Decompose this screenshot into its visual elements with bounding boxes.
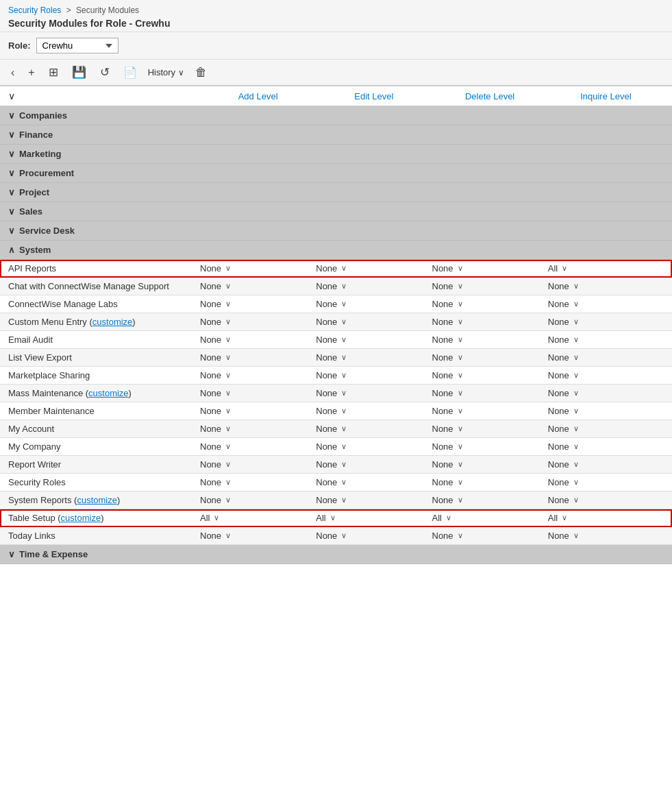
edit-level-dropdown-icon[interactable]: ∨ [341,496,347,505]
inquire-level-dropdown-icon[interactable]: ∨ [573,282,579,291]
delete-level-dropdown-icon[interactable]: ∨ [458,264,463,273]
edit-level-header[interactable]: Edit Level [316,91,432,101]
delete-level-dropdown-icon[interactable]: ∨ [458,531,463,540]
edit-level-dropdown-icon[interactable]: ∨ [341,389,347,398]
inquire-level-dropdown-icon[interactable]: ∨ [562,264,567,273]
add-level-dropdown-icon[interactable]: ∨ [225,300,231,308]
delete-level-dropdown-icon[interactable]: ∨ [458,424,463,433]
edit-level-dropdown-icon[interactable]: ∨ [341,300,347,308]
section-finance[interactable]: ∨Finance [0,125,672,145]
save-close-button[interactable]: 💾 [69,64,89,81]
inquire-level-dropdown-icon[interactable]: ∨ [573,424,579,433]
delete-level-dropdown-icon[interactable]: ∨ [458,460,463,469]
add-level-header[interactable]: Add Level [200,91,316,101]
section-time-expense-label: Time & Expense [19,549,88,559]
breadcrumb-parent-link[interactable]: Security Roles [8,5,61,15]
inquire-level-dropdown-icon[interactable]: ∨ [573,300,579,308]
customize-link[interactable]: customize [88,388,129,398]
edit-level-dropdown-icon[interactable]: ∨ [330,513,336,522]
edit-level-dropdown-icon[interactable]: ∨ [341,264,347,273]
edit-level-dropdown-icon[interactable]: ∨ [341,353,347,362]
inquire-level-dropdown-icon[interactable]: ∨ [573,371,579,380]
edit-level-dropdown-icon[interactable]: ∨ [341,406,347,415]
delete-level-dropdown-icon[interactable]: ∨ [458,389,463,398]
edit-level-value: None [316,352,337,363]
inquire-level-dropdown-icon[interactable]: ∨ [573,353,579,362]
back-button[interactable]: ‹ [8,65,17,80]
collapse-all-icon[interactable]: ∨ [8,90,15,101]
edit-level-dropdown-icon[interactable]: ∨ [341,424,347,433]
inquire-level-dropdown-icon[interactable]: ∨ [573,531,579,540]
edit-level-dropdown-icon[interactable]: ∨ [341,335,347,344]
edit-level-dropdown-icon[interactable]: ∨ [341,460,347,469]
edit-level-dropdown-icon[interactable]: ∨ [341,478,347,487]
delete-level-dropdown-icon[interactable]: ∨ [458,300,463,308]
customize-link[interactable]: customize [92,317,133,327]
add-level-dropdown-icon[interactable]: ∨ [225,335,231,344]
add-level-dropdown-icon[interactable]: ∨ [225,264,231,273]
add-level-dropdown-icon[interactable]: ∨ [225,442,231,451]
inquire-level-dropdown-icon[interactable]: ∨ [573,406,579,415]
inquire-level-value: None [548,441,569,452]
inquire-level-dropdown-icon[interactable]: ∨ [573,317,579,326]
section-sales[interactable]: ∨Sales [0,202,672,221]
edit-level-dropdown-icon[interactable]: ∨ [341,442,347,451]
add-level-dropdown-icon[interactable]: ∨ [214,513,219,522]
inquire-level-dropdown-icon[interactable]: ∨ [573,389,579,398]
module-name: Marketplace Sharing [8,370,90,380]
inquire-level-dropdown-icon[interactable]: ∨ [573,335,579,344]
inquire-level-dropdown-icon[interactable]: ∨ [573,442,579,451]
delete-level-dropdown-icon[interactable]: ∨ [458,496,463,505]
add-level-dropdown-icon[interactable]: ∨ [225,371,231,380]
section-project[interactable]: ∨Project [0,183,672,202]
table-row: Mass Maintenance (customize) None ∨ None… [0,385,672,402]
delete-level-dropdown-icon[interactable]: ∨ [458,353,463,362]
delete-button[interactable]: 🗑 [192,64,210,81]
add-level-dropdown-icon[interactable]: ∨ [225,478,231,487]
edit-level-dropdown-icon[interactable]: ∨ [341,371,347,380]
inquire-level-dropdown-icon[interactable]: ∨ [562,513,567,522]
add-level-dropdown-icon[interactable]: ∨ [225,460,231,469]
refresh-button[interactable]: ↺ [97,64,112,81]
add-level-dropdown-icon[interactable]: ∨ [225,282,231,291]
delete-level-dropdown-icon[interactable]: ∨ [458,406,463,415]
delete-level-dropdown-icon[interactable]: ∨ [458,442,463,451]
role-dropdown[interactable]: Crewhu [36,38,119,53]
delete-level-dropdown-icon[interactable]: ∨ [458,335,463,344]
delete-level-dropdown-icon[interactable]: ∨ [458,317,463,326]
inquire-level-dropdown-icon[interactable]: ∨ [573,496,579,505]
delete-level-dropdown-icon[interactable]: ∨ [458,478,463,487]
add-button[interactable]: + [25,65,37,80]
section-system[interactable]: ∧System [0,241,672,260]
customize-link[interactable]: customize [61,513,101,523]
section-time-expense[interactable]: ∨Time & Expense [0,545,672,564]
add-level-dropdown-icon[interactable]: ∨ [225,353,231,362]
add-level-dropdown-icon[interactable]: ∨ [225,406,231,415]
save-button[interactable]: ⊞ [46,64,61,81]
add-level-dropdown-icon[interactable]: ∨ [225,317,231,326]
customize-link[interactable]: customize [77,495,117,505]
add-level-dropdown-icon[interactable]: ∨ [225,531,231,540]
add-level-dropdown-icon[interactable]: ∨ [225,424,231,433]
inquire-level-header[interactable]: Inquire Level [548,91,664,101]
add-level-dropdown-icon[interactable]: ∨ [225,389,231,398]
section-companies[interactable]: ∨Companies [0,106,672,125]
add-level-dropdown-icon[interactable]: ∨ [225,496,231,505]
inquire-level-dropdown-icon[interactable]: ∨ [573,478,579,487]
section-service-desk[interactable]: ∨Service Desk [0,221,672,241]
edit-level-dropdown-icon[interactable]: ∨ [341,317,347,326]
delete-level-dropdown-icon[interactable]: ∨ [446,513,451,522]
delete-level-dropdown-icon[interactable]: ∨ [458,282,463,291]
copy-button[interactable]: 📄 [121,64,140,80]
role-bar: Role: Crewhu [0,32,672,60]
edit-level-dropdown-icon[interactable]: ∨ [341,531,347,540]
delete-level-header[interactable]: Delete Level [432,91,548,101]
section-procurement[interactable]: ∨Procurement [0,164,672,183]
history-menu[interactable]: History ∨ [148,67,184,77]
section-marketing[interactable]: ∨Marketing [0,145,672,164]
inquire-level-cell: None ∨ [548,459,664,470]
inquire-level-dropdown-icon[interactable]: ∨ [573,460,579,469]
add-level-cell: None ∨ [200,281,316,291]
delete-level-dropdown-icon[interactable]: ∨ [458,371,463,380]
edit-level-dropdown-icon[interactable]: ∨ [341,282,347,291]
